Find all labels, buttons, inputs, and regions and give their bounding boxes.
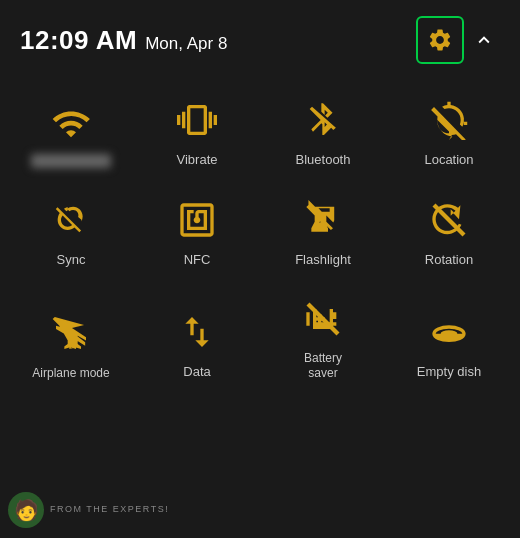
bluetooth-icon-container (299, 96, 347, 144)
flashlight-label: Flashlight (295, 252, 351, 268)
data-label: Data (183, 364, 210, 380)
qs-item-rotation[interactable]: Rotation (386, 184, 512, 284)
chevron-up-icon (473, 29, 495, 51)
qs-item-sync[interactable]: Sync (8, 184, 134, 284)
qs-item-vibrate[interactable]: Vibrate (134, 84, 260, 184)
header-actions (416, 16, 500, 64)
sync-label: Sync (57, 252, 86, 268)
sync-icon-container (47, 196, 95, 244)
flashlight-icon-container (299, 196, 347, 244)
sync-off-icon (51, 200, 91, 240)
rotation-icon-container (425, 196, 473, 244)
qs-item-battery-saver[interactable]: Batterysaver (260, 283, 386, 396)
qs-item-data[interactable]: Data (134, 283, 260, 396)
wifi-icon-container (47, 100, 95, 148)
qs-item-nfc[interactable]: NFC (134, 184, 260, 284)
rotation-off-icon (429, 200, 469, 240)
date-display: Mon, Apr 8 (145, 34, 227, 54)
status-bar: 12:09 AM Mon, Apr 8 (0, 0, 520, 74)
watermark: 🧑 FROM THE EXPERTS! (0, 488, 177, 532)
battery-saver-icon-container (299, 295, 347, 343)
nfc-icon (177, 200, 217, 240)
location-label: Location (424, 152, 473, 168)
watermark-icon: 🧑 (8, 492, 44, 528)
qs-item-airplane[interactable]: Airplane mode (8, 283, 134, 396)
data-icon (177, 312, 217, 352)
watermark-text: FROM THE EXPERTS! (50, 504, 169, 516)
collapse-button[interactable] (468, 24, 500, 56)
location-off-icon (429, 100, 469, 140)
empty-dish-icon-container (425, 308, 473, 356)
data-icon-container (173, 308, 221, 356)
airplane-label: Airplane mode (32, 366, 109, 380)
qs-item-wifi[interactable] (8, 84, 134, 184)
wifi-icon (51, 104, 91, 144)
battery-saver-label: Batterysaver (304, 351, 342, 380)
nfc-label: NFC (184, 252, 211, 268)
clock: 12:09 AM (20, 25, 137, 56)
nfc-icon-container (173, 196, 221, 244)
wifi-name-blurred (31, 154, 111, 168)
vibrate-icon-container (173, 96, 221, 144)
qs-item-flashlight[interactable]: Flashlight (260, 184, 386, 284)
location-icon-container (425, 96, 473, 144)
bluetooth-label: Bluetooth (296, 152, 351, 168)
airplane-off-icon (51, 314, 91, 354)
settings-button[interactable] (416, 16, 464, 64)
vibrate-label: Vibrate (177, 152, 218, 168)
qs-item-empty-dish[interactable]: Empty dish (386, 283, 512, 396)
time-date-display: 12:09 AM Mon, Apr 8 (20, 25, 227, 56)
qs-item-location[interactable]: Location (386, 84, 512, 184)
bluetooth-off-icon (303, 100, 343, 140)
flashlight-off-icon (303, 200, 343, 240)
gear-icon (427, 27, 453, 53)
vibrate-icon (177, 100, 217, 140)
empty-dish-label: Empty dish (417, 364, 481, 380)
rotation-label: Rotation (425, 252, 473, 268)
battery-saver-off-icon (303, 299, 343, 339)
airplane-icon-container (47, 310, 95, 358)
dish-icon (429, 312, 469, 352)
quick-settings-grid: Vibrate Bluetooth Location Sync (0, 74, 520, 396)
qs-item-bluetooth[interactable]: Bluetooth (260, 84, 386, 184)
